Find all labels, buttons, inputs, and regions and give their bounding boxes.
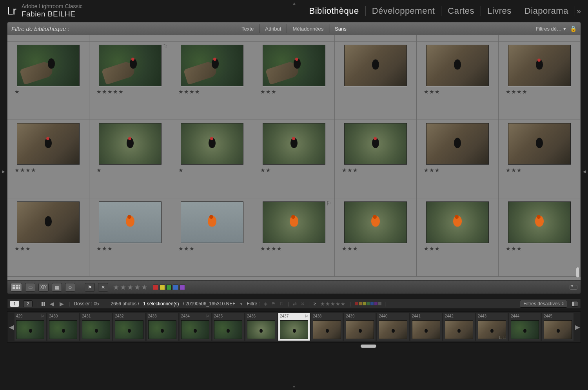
thumbnail-cell[interactable]: ★★★★	[7, 120, 89, 198]
nav-back-button[interactable]: ◀	[49, 301, 55, 307]
filter-rating-stars[interactable]: ★★★★★	[320, 301, 346, 307]
module-cartes[interactable]: Cartes	[441, 6, 481, 16]
thumbnail-cell[interactable]: ⚐★★★★★	[89, 42, 171, 120]
color-chip-red[interactable]	[153, 285, 158, 290]
filmstrip-cell[interactable]: 2438	[311, 313, 343, 341]
rating-setter[interactable]: ★★★★★	[111, 283, 150, 292]
view-survey-button[interactable]: ▦	[52, 283, 62, 292]
filter-preset-dropdown[interactable]: Filtres dé… ▾	[536, 26, 566, 32]
filter-tab-texte[interactable]: Texte	[236, 24, 259, 33]
thumbnail-cell[interactable]: ★	[7, 42, 89, 120]
thumbnail-cell[interactable]: ⚐★★★★	[253, 198, 335, 276]
thumbnail-cell[interactable]: ★★★	[499, 198, 581, 276]
grid-scrollbar-thumb[interactable]	[576, 267, 580, 278]
filmstrip-cell[interactable]: 2445	[542, 313, 573, 341]
main-window-button[interactable]: 1	[10, 300, 19, 307]
filter-flag-picked-icon[interactable]: ⚑	[271, 301, 276, 307]
color-chip-yellow[interactable]	[160, 285, 165, 290]
filmstrip-cell[interactable]: 2436	[245, 313, 277, 341]
thumbnail-cell[interactable]: ★★★	[335, 198, 417, 276]
filmstrip-scroll-left[interactable]: ◀	[9, 323, 13, 331]
filter-flag-rejected-icon[interactable]: ⚐	[279, 301, 284, 307]
filmstrip-cell[interactable]: 2441	[410, 313, 442, 341]
filter-tab-sans[interactable]: Sans	[329, 24, 352, 33]
filter-color-chips[interactable]	[355, 302, 381, 305]
color-chip-green[interactable]	[166, 285, 172, 290]
ge-symbol[interactable]: ≥	[314, 301, 316, 307]
thumbnail-rating: ★★★	[337, 245, 358, 252]
filmstrip-cell[interactable]: 2435	[212, 313, 244, 341]
view-loupe-button[interactable]: ▭	[25, 283, 35, 292]
filmstrip-cell[interactable]: 429⚐	[15, 313, 46, 341]
module-diaporama[interactable]: Diaporama	[518, 6, 575, 16]
filter-edit-icon[interactable]: ⇄	[293, 301, 297, 307]
toolbar-more-toggle[interactable]	[570, 285, 577, 290]
filmstrip-cell[interactable]: 2432	[113, 313, 145, 341]
thumbnail-rating: ★★★	[501, 245, 522, 252]
filmstrip-index: 2437	[280, 314, 289, 318]
thumbnail-rating: ★★★★	[501, 89, 528, 95]
filename-label: / 20190506_165310.NEF	[183, 301, 235, 307]
flag-pick-button[interactable]: ⚑	[85, 283, 95, 292]
thumbnail-cell[interactable]: ★★★★	[171, 42, 253, 120]
flag-reject-button[interactable]: ✕	[98, 283, 108, 292]
view-grid-button[interactable]	[11, 283, 22, 292]
filmstrip-cell[interactable]: 2439	[344, 313, 376, 341]
filmstrip-scroll-right[interactable]: ▶	[575, 323, 579, 331]
right-panel-handle[interactable]: ◀	[583, 165, 586, 178]
filmstrip-index: 2442	[445, 314, 454, 318]
flag-icon: ⚐	[305, 314, 308, 318]
filter-preset-dropdown-bottom[interactable]: Filtres désactivés ▴▾	[520, 300, 567, 308]
thumbnail-cell[interactable]: ★★★	[171, 198, 253, 276]
filmstrip-scrollbar[interactable]	[361, 345, 376, 348]
filmstrip-cell[interactable]: 2444	[509, 313, 541, 341]
thumbnail-rating: ★	[10, 89, 20, 95]
module-livres[interactable]: Livres	[481, 6, 518, 16]
filmstrip-cell[interactable]: 2442	[443, 313, 475, 341]
color-chip-blue[interactable]	[173, 285, 178, 290]
thumbnail-cell[interactable]: ★	[89, 120, 171, 198]
filmstrip-cell[interactable]: 2430	[47, 313, 79, 341]
thumbnail-cell[interactable]: ★★★	[417, 198, 499, 276]
filmstrip-cell[interactable]: 2431	[80, 313, 112, 341]
module-développement[interactable]: Développement	[366, 6, 442, 16]
thumbnail-cell[interactable]: ★★★	[417, 42, 499, 120]
thumbnail-rating: ★★	[256, 167, 271, 173]
second-window-button[interactable]: 2	[23, 300, 33, 307]
filter-edit2-icon[interactable]: ⤫	[301, 301, 305, 307]
thumbnail-cell[interactable]: ★	[171, 120, 253, 198]
expand-top-icon[interactable]: ▴	[293, 0, 296, 6]
thumbnail-cell[interactable]: ★★★	[89, 198, 171, 276]
view-people-button[interactable]: ☺	[65, 283, 75, 292]
thumbnail-cell[interactable]: ★★★★	[499, 42, 581, 120]
left-panel-handle[interactable]: ▶	[2, 165, 5, 178]
module-more-icon[interactable]: »	[575, 7, 581, 16]
filmstrip-cell[interactable]: 2440	[377, 313, 408, 341]
filmstrip-cell[interactable]: 2434⚐	[180, 313, 211, 341]
filter-toggle-switch[interactable]	[571, 301, 578, 307]
thumbnail-cell[interactable]: ★★★	[499, 120, 581, 198]
thumbnail-cell[interactable]	[335, 42, 417, 120]
lock-icon[interactable]: 🔒	[570, 25, 577, 32]
filmstrip-cell[interactable]: 2437⚐	[278, 313, 310, 341]
expand-bottom-icon[interactable]: ▾	[293, 384, 295, 389]
thumbnail-cell[interactable]: ★★★	[253, 42, 335, 120]
filter-tab-métadonnées[interactable]: Métadonnées	[287, 24, 329, 33]
filter-tab-attribut[interactable]: Attribut	[259, 24, 287, 33]
filmstrip-cell[interactable]: 2433	[147, 313, 178, 341]
module-bibliothèque[interactable]: Bibliothèque	[303, 6, 366, 16]
thumbnail-cell[interactable]: ★★★	[417, 120, 499, 198]
thumbnail-cell[interactable]: ★★★	[7, 198, 89, 276]
nav-forward-button[interactable]: ▶	[59, 301, 65, 307]
filmstrip-grid-icon[interactable]	[42, 302, 45, 306]
thumbnail-cell[interactable]: ★★★	[335, 120, 417, 198]
selection-count-label: 1 sélectionnée(s)	[143, 301, 179, 307]
filmstrip-cell[interactable]: 2443	[476, 313, 508, 341]
filter-flag-any-icon[interactable]: ◈	[264, 301, 267, 307]
filter-preset-value: Filtres désactivés	[523, 301, 560, 307]
view-compare-button[interactable]: X|Y	[38, 283, 49, 292]
source-dropdown-icon[interactable]: ▾	[240, 302, 243, 306]
color-chip-purple[interactable]	[180, 285, 185, 290]
thumbnail-rating: ★★★	[501, 167, 522, 173]
thumbnail-cell[interactable]: ★★	[253, 120, 335, 198]
